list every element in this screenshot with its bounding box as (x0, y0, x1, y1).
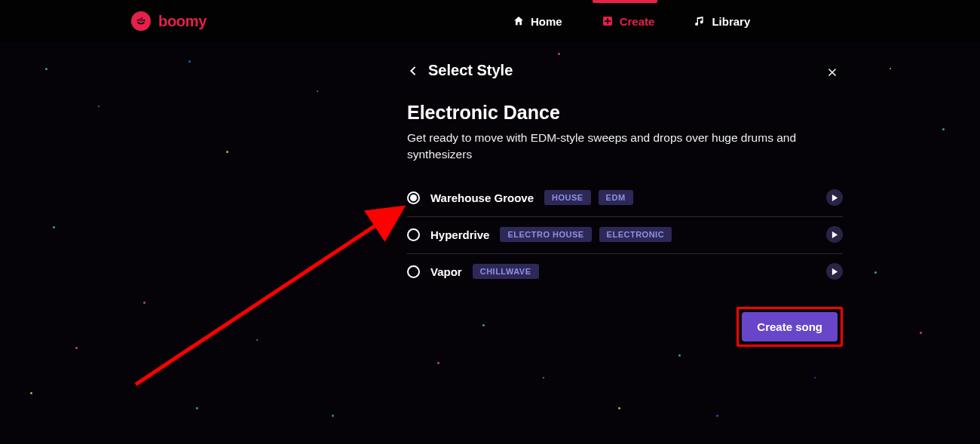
svg-line-5 (136, 210, 400, 384)
style-option-name: Hyperdrive (430, 228, 489, 241)
svg-point-0 (137, 20, 139, 22)
style-options-list: Warehouse Groove HOUSE EDM Hyperdrive EL… (407, 180, 843, 290)
radio-unselected-icon[interactable] (407, 228, 420, 241)
style-description: Get ready to move with EDM-style sweeps … (407, 130, 814, 162)
nav-library[interactable]: Library (694, 15, 750, 28)
close-button[interactable] (822, 62, 843, 83)
style-option[interactable]: Warehouse Groove HOUSE EDM (407, 180, 843, 217)
play-preview-button[interactable] (826, 263, 843, 280)
brand-name: boomy (158, 13, 207, 30)
tag-group: HOUSE EDM (544, 190, 633, 205)
genre-tag: ELECTRO HOUSE (500, 227, 591, 242)
brand-logo-icon (131, 11, 151, 31)
radio-selected-icon[interactable] (407, 191, 420, 204)
style-option-name: Vapor (430, 265, 462, 278)
nav-links: Home Create Library (513, 0, 750, 42)
genre-tag: HOUSE (544, 190, 591, 205)
nav-home[interactable]: Home (513, 15, 562, 28)
nav-create[interactable]: Create (602, 15, 655, 28)
genre-tag: EDM (599, 190, 633, 205)
genre-tag: CHILLWAVE (473, 264, 539, 279)
style-title: Electronic Dance (407, 102, 843, 124)
create-song-button[interactable]: Create song (742, 312, 838, 341)
top-navbar: boomy Home Create Library (0, 0, 980, 42)
radio-unselected-icon[interactable] (407, 265, 420, 278)
nav-library-label: Library (712, 15, 750, 28)
play-icon (831, 231, 838, 238)
panel-header: Select Style (407, 62, 843, 79)
music-note-icon (694, 15, 706, 27)
nav-create-label: Create (620, 15, 655, 28)
svg-rect-2 (139, 18, 140, 22)
panel-actions: Create song (407, 307, 843, 347)
style-option-name: Warehouse Groove (430, 191, 534, 204)
play-preview-button[interactable] (826, 189, 843, 206)
play-icon (831, 268, 838, 275)
select-style-panel: Select Style Electronic Dance Get ready … (407, 62, 843, 347)
chevron-left-icon (407, 65, 419, 77)
annotation-highlight: Create song (737, 307, 843, 347)
home-icon (513, 15, 525, 27)
genre-tag: ELECTRONIC (599, 227, 672, 242)
play-icon (831, 194, 838, 201)
tag-group: ELECTRO HOUSE ELECTRONIC (500, 227, 672, 242)
svg-point-1 (143, 20, 145, 22)
back-button[interactable] (407, 65, 419, 77)
svg-rect-3 (142, 17, 142, 22)
tag-group: CHILLWAVE (473, 264, 539, 279)
style-option[interactable]: Vapor CHILLWAVE (407, 254, 843, 290)
close-icon (827, 67, 838, 78)
play-preview-button[interactable] (826, 226, 843, 243)
panel-title: Select Style (428, 62, 513, 79)
brand[interactable]: boomy (131, 11, 207, 31)
plus-square-icon (602, 15, 614, 27)
style-option[interactable]: Hyperdrive ELECTRO HOUSE ELECTRONIC (407, 217, 843, 254)
nav-home-label: Home (531, 15, 562, 28)
annotation-arrow-icon (121, 196, 415, 392)
